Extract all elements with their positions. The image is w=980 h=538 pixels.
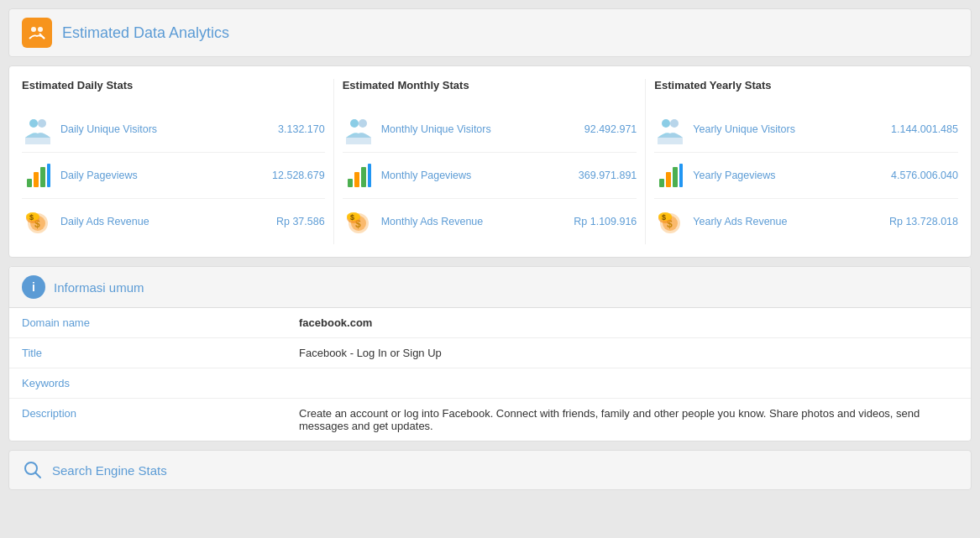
daily-ads-revenue-value: Rp 37.586 [249, 216, 325, 227]
monthly-ads-revenue-value: Rp 1.109.916 [561, 216, 637, 227]
info-label-description: Description [9, 399, 286, 441]
stats-grid: Estimated Daily Stats Daily Unique Visit… [22, 79, 958, 244]
visitors-icon [22, 113, 54, 145]
svg-text:$: $ [662, 213, 666, 222]
info-icon: i [22, 275, 45, 299]
daily-unique-visitors-value: 3.132.170 [249, 123, 325, 135]
pageviews-icon-yearly [654, 159, 686, 191]
info-value-domain: facebook.com [286, 308, 971, 338]
yearly-pageviews-row: Yearly Pageviews 4.576.006.040 [654, 153, 958, 199]
info-value-description: Create an account or log into Facebook. … [286, 399, 971, 441]
yearly-ads-revenue-label: Yearly Ads Revenue [693, 216, 883, 227]
daily-unique-visitors-label: Daily Unique Visitors [60, 123, 249, 135]
info-section-header: i Informasi umum [9, 267, 971, 308]
search-icon [22, 459, 44, 481]
svg-rect-18 [354, 172, 359, 187]
daily-stats-column: Estimated Daily Stats Daily Unique Visit… [22, 79, 334, 244]
info-section-title: Informasi umum [54, 280, 144, 295]
svg-point-16 [359, 119, 367, 128]
search-engine-title: Search Engine Stats [52, 463, 167, 478]
stats-card: Estimated Daily Stats Daily Unique Visit… [8, 65, 972, 258]
svg-text:$: $ [350, 213, 354, 222]
yearly-unique-visitors-value: 1.144.001.485 [883, 123, 958, 135]
info-label-keywords: Keywords [9, 368, 286, 399]
monthly-stats-column: Estimated Monthly Stats Monthly Unique V… [334, 79, 647, 244]
svg-rect-20 [368, 164, 371, 187]
monthly-pageviews-row: Monthly Pageviews 369.971.891 [343, 153, 637, 199]
svg-point-3 [29, 119, 38, 128]
info-row-title: Title Facebook - Log In or Sign Up [9, 338, 971, 368]
visitors-icon-yearly [654, 113, 686, 145]
info-row-domain: Domain name facebook.com [9, 308, 971, 338]
yearly-stats-title: Estimated Yearly Stats [654, 79, 958, 97]
info-icon-text: i [32, 280, 35, 294]
daily-pageviews-label: Daily Pageviews [60, 170, 249, 181]
daily-pageviews-row: Daily Pageviews 12.528.679 [22, 153, 325, 199]
header-logo [22, 18, 52, 48]
info-table: Domain name facebook.com Title Facebook … [9, 308, 971, 441]
pageviews-icon-daily [22, 159, 54, 191]
svg-rect-7 [40, 167, 45, 187]
monthly-unique-visitors-label: Monthly Unique Visitors [381, 123, 562, 135]
yearly-ads-revenue-row: $ $ Yearly Ads Revenue Rp 13.728.018 [654, 199, 958, 244]
yearly-unique-visitors-label: Yearly Unique Visitors [693, 123, 883, 135]
svg-rect-32 [679, 164, 683, 187]
info-card: i Informasi umum Domain name facebook.co… [8, 266, 972, 441]
daily-pageviews-value: 12.528.679 [249, 170, 325, 181]
daily-ads-revenue-label: Daily Ads Revenue [60, 216, 249, 227]
monthly-unique-visitors-value: 92.492.971 [561, 123, 637, 135]
header-bar: Estimated Data Analytics [8, 8, 972, 57]
monthly-pageviews-label: Monthly Pageviews [381, 170, 562, 181]
svg-rect-19 [361, 167, 366, 187]
svg-text:$: $ [29, 213, 34, 222]
svg-rect-8 [47, 164, 50, 187]
info-label-domain: Domain name [9, 308, 286, 338]
svg-point-4 [38, 119, 46, 128]
yearly-pageviews-value: 4.576.006.040 [883, 170, 958, 181]
info-value-title: Facebook - Log In or Sign Up [286, 338, 971, 368]
svg-rect-17 [348, 179, 353, 187]
daily-stats-title: Estimated Daily Stats [22, 79, 325, 97]
info-row-description: Description Create an account or log int… [9, 399, 971, 441]
info-value-keywords [286, 368, 971, 399]
search-engine-header: Search Engine Stats [8, 450, 972, 490]
svg-rect-6 [34, 172, 39, 187]
yearly-unique-visitors-row: Yearly Unique Visitors 1.144.001.485 [654, 107, 958, 153]
svg-point-27 [662, 119, 670, 128]
svg-rect-5 [27, 179, 32, 187]
svg-rect-30 [666, 172, 671, 187]
revenue-icon-yearly: $ $ [654, 206, 686, 238]
page-title: Estimated Data Analytics [62, 24, 229, 42]
svg-line-40 [36, 473, 41, 478]
yearly-stats-column: Estimated Yearly Stats Yearly Unique Vis… [646, 79, 958, 244]
pageviews-icon-monthly [343, 159, 375, 191]
svg-point-15 [350, 119, 359, 128]
daily-ads-revenue-row: $ $ Daily Ads Revenue Rp 37.586 [22, 199, 325, 244]
revenue-icon-daily: $ $ [22, 206, 54, 238]
monthly-ads-revenue-label: Monthly Ads Revenue [381, 216, 562, 227]
svg-rect-31 [673, 167, 678, 187]
monthly-unique-visitors-row: Monthly Unique Visitors 92.492.971 [343, 107, 637, 153]
svg-point-1 [38, 27, 43, 32]
visitors-icon-monthly [343, 113, 375, 145]
svg-point-28 [670, 119, 679, 128]
revenue-icon-monthly: $ $ [343, 206, 375, 238]
daily-unique-visitors-row: Daily Unique Visitors 3.132.170 [22, 107, 325, 153]
info-label-title: Title [9, 338, 286, 368]
info-row-keywords: Keywords [9, 368, 971, 399]
svg-rect-29 [659, 179, 664, 187]
monthly-stats-title: Estimated Monthly Stats [343, 79, 637, 97]
svg-point-0 [31, 27, 36, 32]
yearly-pageviews-label: Yearly Pageviews [693, 170, 883, 181]
monthly-ads-revenue-row: $ $ Monthly Ads Revenue Rp 1.109.916 [343, 199, 637, 244]
yearly-ads-revenue-value: Rp 13.728.018 [883, 216, 958, 227]
monthly-pageviews-value: 369.971.891 [561, 170, 637, 181]
